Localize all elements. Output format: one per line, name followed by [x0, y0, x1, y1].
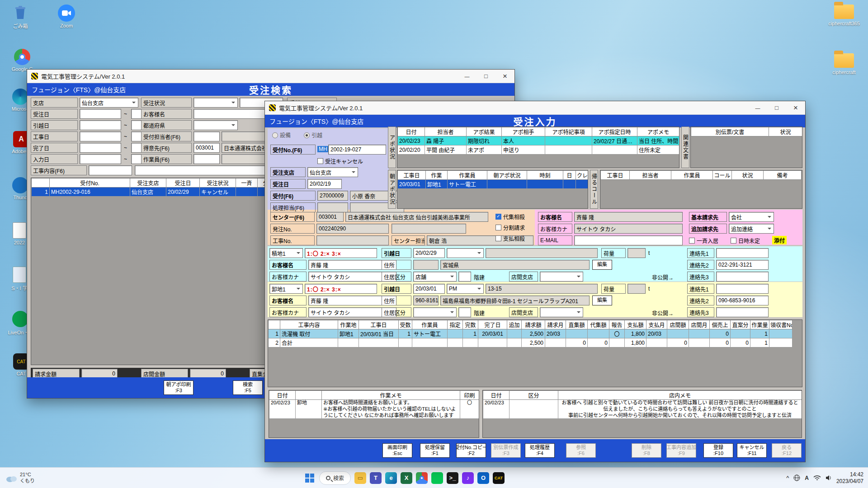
loading-site-select[interactable]: 積地1	[269, 248, 303, 258]
ime-indicator[interactable]: A	[805, 475, 809, 481]
table-row[interactable]: 20/02/23卸地お客様へ訪問時間連絡をお願いします。 ※お客様へ引越の荷物届…	[269, 400, 479, 419]
delete-button[interactable]: 削除:F8	[632, 443, 661, 458]
receptionist-code[interactable]	[193, 131, 220, 141]
unloading-site-select[interactable]: 卸地1	[269, 284, 303, 294]
related-docs-table[interactable]: 別伝票/文書状況	[690, 127, 802, 168]
reference-button[interactable]: 参照:F6	[566, 443, 596, 458]
loading-contact3[interactable]	[716, 272, 769, 282]
order-date-input[interactable]: 20/02/19	[307, 179, 342, 189]
taskbar-cat-icon[interactable]: CAT	[493, 472, 505, 484]
history-button[interactable]: 処理履歴:F4	[525, 443, 555, 458]
email-input[interactable]	[574, 235, 683, 245]
hold-button[interactable]: 処理保留:F1	[420, 443, 450, 458]
payment-offset-checkbox[interactable]: 支払相殺	[495, 235, 525, 242]
work-memo-table[interactable]: 日付作業メモ印刷20/02/23卸地お客様へ訪問時間連絡をお願いします。 ※お客…	[269, 390, 479, 438]
unloading-dwelling-select[interactable]	[413, 307, 457, 317]
split-billing-checkbox[interactable]: 分割請求	[495, 224, 525, 231]
desktop-icon-ciphercraft[interactable]: ciphercraft	[827, 53, 861, 75]
loading-contact2[interactable]: 022-291-3121	[716, 260, 769, 270]
entry-date-from[interactable]	[80, 154, 121, 164]
order-branch-select[interactable]: 仙台支店	[307, 167, 358, 177]
worker-code[interactable]	[193, 154, 220, 164]
loading-ampm-select[interactable]	[447, 248, 484, 258]
network-globe-icon[interactable]	[793, 474, 800, 481]
unloading-contact3[interactable]	[716, 307, 769, 317]
minimize-button[interactable]	[458, 70, 476, 83]
unloading-floors-input[interactable]	[458, 307, 471, 317]
datetime-tbd-checkbox[interactable]: 日時未定	[731, 237, 760, 244]
taskbar-edge-icon[interactable]: e	[385, 472, 397, 484]
loading-contact1[interactable]	[716, 248, 769, 258]
desktop-icon-chrome[interactable]: Google C	[5, 49, 39, 72]
desktop-icon-ciphercraft365[interactable]: ciphercraft365	[827, 5, 861, 26]
back-button[interactable]: 戻る:F12	[772, 443, 802, 458]
loading-floors-input[interactable]	[458, 272, 471, 282]
maximize-button[interactable]	[767, 101, 786, 114]
unloading-interstore-select[interactable]	[540, 307, 583, 317]
extra-billing-select[interactable]: 追加連絡	[729, 224, 774, 234]
minimize-button[interactable]	[748, 101, 767, 114]
simultaneous-movein-checkbox[interactable]: 一斉入居	[689, 237, 718, 244]
close-button[interactable]	[495, 70, 514, 83]
close-button[interactable]	[786, 101, 805, 114]
morning-appo-print-button[interactable]: 朝アポ印刷:F3	[164, 380, 193, 395]
wifi-icon[interactable]	[813, 475, 821, 481]
order-entry-window[interactable]: 電気工事管理システム/Ver 2.0.1 フュージョン〈FTS〉@仙台支店 受注…	[264, 101, 806, 462]
tray-chevron-up-icon[interactable]: ^	[786, 474, 789, 481]
base-billing-select[interactable]: 会社	[729, 212, 774, 222]
search-box[interactable]: 検索	[319, 471, 351, 485]
taskbar-excel-icon[interactable]: X	[401, 472, 412, 484]
loading-dwelling-select[interactable]: 店舗	[413, 272, 457, 282]
loading-address-edit-button[interactable]: 編集	[592, 260, 612, 270]
work-detail-table[interactable]: 工事内容作業地工事日受数作業員指定完数完了日追加請求額請求月直集額代集額報告支払…	[268, 319, 802, 387]
taskbar-teams-icon[interactable]: T	[370, 472, 382, 484]
equipment-radio[interactable]: 設備	[272, 131, 291, 139]
taskbar-outlook-icon[interactable]: O	[477, 472, 489, 484]
work-content-name[interactable]	[135, 165, 266, 175]
order-date-from[interactable]	[80, 109, 121, 119]
branch-select[interactable]: 仙台支店	[80, 98, 138, 108]
loading-interstore-select[interactable]	[540, 272, 583, 282]
table-row[interactable]: 20/02/23森 陽子期限切れ本人20/02/27 日通…当日 住所、時間	[398, 136, 679, 145]
desktop-icon-zoom[interactable]: Zoom	[50, 5, 83, 28]
attachment-badge[interactable]: 添付	[772, 236, 787, 244]
taskbar-chrome-icon[interactable]	[416, 472, 428, 484]
move-date-from[interactable]	[80, 120, 121, 130]
copy-receipt-no-button[interactable]: 受付No.コピー:F2	[456, 443, 486, 458]
taskbar-terminal-icon[interactable]: >_	[447, 472, 458, 484]
customer-name-input[interactable]	[193, 109, 276, 119]
table-row[interactable]: 2合計2,500001,8000001	[269, 338, 793, 347]
speaker-icon[interactable]	[826, 475, 832, 481]
search-button[interactable]: 検索:F5	[233, 380, 263, 395]
unloading-contact2[interactable]: 090-6853-9016	[716, 296, 769, 305]
prefecture-select[interactable]	[193, 120, 238, 130]
order-cancel-checkbox[interactable]: 受注キャンセル	[317, 157, 363, 165]
taskbar-media-icon[interactable]: ♪	[462, 472, 474, 484]
receipt-no-input[interactable]: 2002-19-027	[328, 145, 386, 155]
desktop-icon-recycle-bin[interactable]: ごみ箱	[4, 5, 37, 29]
create-slip-button[interactable]: 別伝票作成:F3	[491, 443, 521, 458]
appointment-table[interactable]: 日付担当者アポ結果アポ相手アポ特記事項アポ指定日時アポメモ20/02/23森 陽…	[397, 127, 679, 168]
loading-move-date[interactable]: 20/02/29	[413, 248, 445, 258]
order-status-select-1[interactable]	[193, 98, 238, 108]
complete-date-from[interactable]	[80, 143, 121, 153]
weather-widget[interactable]: 21°C くもり	[5, 472, 35, 483]
work-content-code[interactable]	[89, 165, 132, 175]
table-row[interactable]: 1洗濯機 取付卸地120/03/01 当日1サトー電工120/03/012,50…	[269, 329, 793, 338]
add-work-content-button[interactable]: 工事内容追加:F9	[666, 443, 696, 458]
clock[interactable]: 14:42 2023/04/07	[836, 471, 863, 485]
screen-print-button[interactable]: 画面印刷:Esc	[382, 443, 412, 458]
table-row[interactable]: 20/02/23お客様へ 引越と別々で動いているので時間合わせて訪問は難しい 前…	[483, 400, 802, 419]
unloading-contact1[interactable]	[716, 284, 769, 294]
start-button[interactable]	[304, 472, 316, 484]
maximize-button[interactable]	[476, 70, 495, 83]
cancel-button[interactable]: キャンセル:F11	[737, 443, 767, 458]
unloading-address-edit-button[interactable]: 編集	[592, 296, 612, 305]
table-row[interactable]: 20/03/01卸地1サトー電工	[398, 180, 588, 189]
proxy-collect-offset-checkbox[interactable]: 代集相殺	[495, 213, 525, 221]
unloading-ampm-select[interactable]: PM	[447, 284, 484, 294]
work-date-from[interactable]	[80, 131, 121, 141]
unloading-move-date[interactable]: 20/03/01	[413, 284, 445, 294]
moving-radio[interactable]: 引越	[304, 131, 322, 139]
register-button[interactable]: 登録:F10	[703, 443, 733, 458]
